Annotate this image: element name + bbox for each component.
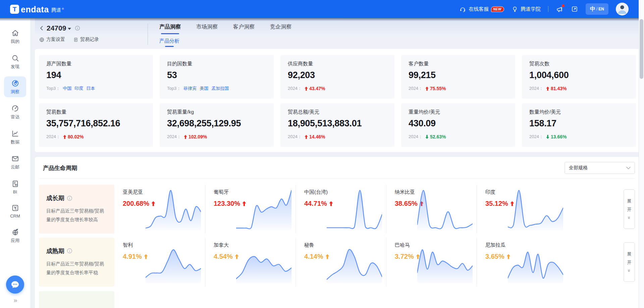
double-chevron-icon: » — [627, 269, 632, 271]
stat-card-footer: 2024：81.43% — [529, 85, 629, 91]
academy-label: 腾道学院 — [521, 6, 541, 12]
trend-sparkline — [236, 247, 291, 283]
announcement-icon[interactable] — [556, 5, 564, 13]
sidebar-item-radar[interactable]: 雷达 — [4, 102, 26, 122]
tab-product-analysis[interactable]: 产品分析 — [159, 38, 179, 47]
stat-card-value: 158.17 — [529, 118, 629, 129]
stat-card-label: 供应商数量 — [288, 61, 387, 67]
lifecycle-title: 产品生命周期 — [43, 164, 77, 172]
sidebar-item-label: 云邮 — [11, 164, 19, 170]
lifecycle-cell-印度[interactable]: 印度35.12% — [477, 185, 567, 234]
lifecycle-cell-智利[interactable]: 智利4.91% — [114, 238, 205, 287]
sidebar-item-insight[interactable]: 洞察 — [4, 76, 26, 97]
yoy-up-indicator: 14.46% — [305, 134, 325, 139]
sidebar-item-apps[interactable]: 应用 — [4, 225, 26, 246]
top3-link[interactable]: 美国 — [200, 85, 208, 91]
lifecycle-cell-尼加拉瓜[interactable]: 尼加拉瓜3.65% — [477, 238, 567, 287]
brand-logo[interactable]: T endata 腾道 ® — [10, 5, 64, 14]
sidebar-item-discover[interactable]: 发现 — [4, 51, 26, 72]
scheme-info-icon[interactable] — [75, 25, 80, 31]
mail-icon — [11, 155, 19, 163]
lifecycle-cell-中国(台湾)[interactable]: 中国(台湾)44.71% — [296, 185, 386, 234]
stat-card-footer: Top3：中国印度日本 — [46, 85, 146, 91]
trend-sparkline — [417, 247, 473, 283]
sidebar-item-label: CRM — [10, 213, 20, 219]
stage-description: 目标产品近三年贸易额/贸易量的季度复合增长率较高 — [46, 207, 107, 224]
expand-button[interactable]: 展开» — [624, 189, 635, 229]
trade-records-button[interactable]: 贸易记录 — [73, 37, 99, 43]
trend-sparkline — [146, 247, 201, 283]
lifecycle-row-stub — [39, 291, 635, 308]
lifecycle-cell-纳米比亚[interactable]: 纳米比亚38.65% — [386, 185, 477, 234]
stat-card-value: 194 — [46, 70, 146, 80]
headset-icon — [459, 6, 466, 13]
brand-name: endata — [21, 5, 49, 14]
sidebar-item-crm[interactable]: CRM — [4, 201, 26, 221]
online-service-button[interactable]: 在线客服 NEW — [459, 6, 504, 13]
stats-row-1: 原产国数量194Top3：中国印度日本目的国数量53Top3：菲律宾美国孟加拉国… — [39, 55, 640, 99]
top3-link[interactable]: 印度 — [74, 85, 83, 91]
notification-dot — [562, 4, 565, 7]
top3-link[interactable]: 孟加拉国 — [211, 85, 229, 91]
stat-card-value: 35,757,716,852.16 — [46, 118, 146, 129]
sidebar-nav: 我的发现洞察雷达数据云邮BIBICRM应用 — [4, 26, 26, 246]
sidebar-item-bi[interactable]: BIBI — [4, 177, 26, 197]
online-service-label: 在线客服 — [469, 6, 489, 12]
stat-card: 重量均价/美元430.092024：52.63% — [401, 103, 515, 147]
scheme-settings-button[interactable]: 方案设置 — [39, 37, 65, 43]
tab-市场洞察[interactable]: 市场洞察 — [196, 23, 218, 34]
fullscreen-icon[interactable] — [571, 5, 578, 13]
chat-fab-button[interactable] — [6, 275, 24, 294]
chevron-down-icon — [626, 167, 631, 170]
yoy-up-indicator: 102.09% — [184, 134, 207, 139]
stage-title-text: 成熟期 — [46, 247, 64, 255]
trade-records-label: 贸易记录 — [80, 37, 99, 43]
stat-footer-prefix: 2024： — [529, 85, 543, 91]
stat-card-footer: 2024：52.63% — [409, 134, 508, 140]
tab-产品洞察[interactable]: 产品洞察 — [159, 23, 181, 34]
stage-info-icon[interactable] — [67, 248, 72, 254]
growth-rate-value: 3.65% — [485, 253, 504, 260]
academy-button[interactable]: 腾道学院 — [512, 6, 541, 13]
lifecycle-cell-巴哈马[interactable]: 巴哈马3.72% — [386, 238, 477, 287]
scheme-settings-label: 方案设置 — [46, 37, 65, 43]
lifecycle-cell-秘鲁[interactable]: 秘鲁4.14% — [296, 238, 386, 287]
lifecycle-cell-亚美尼亚[interactable]: 亚美尼亚200.68% — [114, 185, 205, 234]
sidebar-item-label: 我的 — [11, 39, 19, 45]
scheme-id-dropdown[interactable]: 24709 — [47, 24, 71, 32]
stat-card: 贸易总额/美元18,905,513,883.012024：14.46% — [280, 103, 394, 147]
spec-filter-select[interactable]: 全部规格 — [565, 162, 635, 174]
header-divider — [148, 23, 148, 45]
back-button[interactable] — [39, 25, 44, 31]
scrollbar-thumb[interactable] — [640, 19, 643, 79]
lifecycle-stage-block: 成长期目标产品近三年贸易额/贸易量的季度复合增长率较高 — [39, 185, 114, 234]
sidebar-item-mine[interactable]: 我的 — [4, 26, 26, 47]
scrollbar[interactable] — [639, 0, 644, 308]
stat-footer-prefix: 2024： — [409, 134, 423, 140]
growth-rate-value: 3.72% — [395, 253, 414, 260]
lifecycle-cell-葡萄牙[interactable]: 葡萄牙123.30% — [205, 185, 296, 234]
lifecycle-stage-block — [39, 291, 114, 308]
stage-info-icon[interactable] — [67, 195, 72, 201]
sidebar-item-mail[interactable]: 云邮 — [4, 152, 26, 173]
navbar-right: 在线客服 NEW 腾道学院 — [459, 3, 629, 15]
sidebar-item-data[interactable]: 数据 — [4, 127, 26, 147]
lifecycle-cell-加拿大[interactable]: 加拿大4.54% — [205, 238, 296, 287]
tab-竞企洞察[interactable]: 竞企洞察 — [270, 23, 291, 34]
sidebar-item-label: 洞察 — [11, 89, 19, 95]
top3-link[interactable]: 菲律宾 — [183, 85, 197, 91]
avatar[interactable] — [616, 3, 629, 15]
sidebar-collapse-button[interactable]: » — [14, 297, 17, 304]
stat-card: 目的国数量53Top3：菲律宾美国孟加拉国 — [160, 55, 274, 99]
lang-separator: / — [596, 7, 597, 11]
expand-button[interactable]: 展开» — [624, 242, 635, 282]
language-toggle[interactable]: 中 / EN — [586, 3, 608, 15]
top3-link[interactable]: 中国 — [63, 85, 71, 91]
tab-客户洞察[interactable]: 客户洞察 — [233, 23, 255, 34]
discover-icon — [11, 54, 19, 62]
stat-card: 原产国数量194Top3：中国印度日本 — [39, 55, 153, 99]
data-icon — [11, 129, 19, 138]
trend-sparkline — [327, 247, 382, 283]
sidebar-item-label: 发现 — [11, 64, 19, 70]
top3-link[interactable]: 日本 — [86, 85, 95, 91]
